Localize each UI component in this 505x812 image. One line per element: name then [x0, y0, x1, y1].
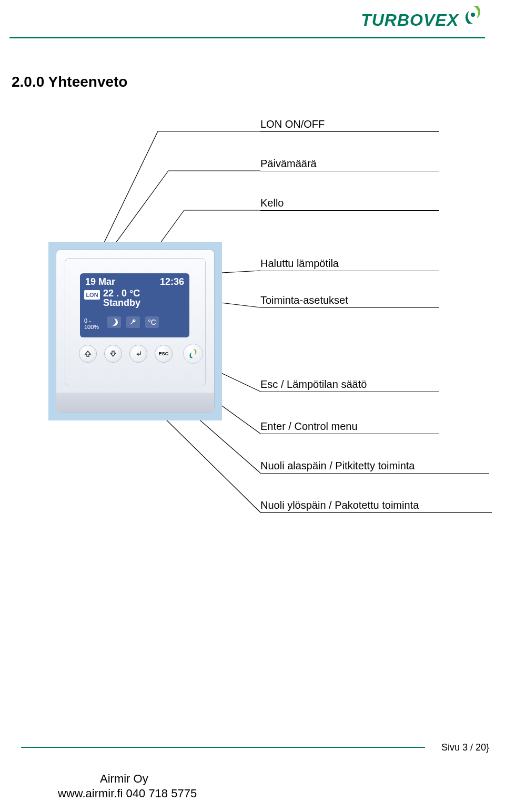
underline	[260, 473, 489, 474]
svg-point-0	[471, 13, 475, 17]
callout-lon: LON ON/OFF	[260, 118, 325, 130]
screen-range-line2: 100%	[84, 324, 99, 330]
device-faceplate: 19 Mar 12:36 LON 22 . 0 °C Standby 0 - 1…	[65, 258, 206, 386]
callout-date: Päivämäärä	[260, 158, 317, 170]
device-screen: 19 Mar 12:36 LON 22 . 0 °C Standby 0 - 1…	[80, 273, 189, 337]
device-body: 19 Mar 12:36 LON 22 . 0 °C Standby 0 - 1…	[56, 249, 215, 413]
degree-label: °C	[148, 318, 156, 326]
underline	[260, 210, 439, 211]
lon-badge: LON	[84, 290, 100, 300]
degree-icon: °C	[145, 316, 159, 328]
brand-text: TURBOVEX	[361, 11, 459, 30]
device-base	[56, 393, 214, 413]
underline	[260, 131, 439, 132]
esc-button[interactable]: ESC	[155, 345, 173, 363]
swirl-icon	[183, 344, 203, 364]
screen-range-line1: 0 -	[84, 317, 99, 324]
screen-icons: °C	[107, 316, 159, 328]
footer-rule	[21, 747, 425, 748]
underline	[260, 512, 492, 513]
arrow-down-button[interactable]	[104, 345, 122, 363]
section-title: 2.0.0 Yhteenveto	[12, 74, 127, 90]
callout-up: Nuoli ylöspäin / Pakotettu toiminta	[260, 499, 419, 511]
underline	[260, 171, 439, 171]
callout-temp: Haluttu lämpötila	[260, 258, 339, 270]
callout-clock: Kello	[260, 197, 284, 209]
underline	[260, 434, 439, 434]
screen-mode: Standby	[103, 297, 140, 309]
footer-url: www.airmir.fi 040 718 5775	[58, 787, 197, 800]
underline	[260, 392, 439, 392]
brand-logo-icon	[462, 4, 484, 28]
underline	[260, 271, 439, 271]
screen-time: 12:36	[160, 276, 184, 287]
screen-date: 19 Mar	[85, 276, 115, 287]
brand: TURBOVEX	[361, 11, 484, 30]
callout-down: Nuoli alaspäin / Pitkitetty toiminta	[260, 460, 415, 472]
arrow-up-button[interactable]	[79, 345, 97, 363]
enter-button[interactable]	[129, 345, 147, 363]
moon-icon	[107, 316, 121, 328]
callout-enter: Enter / Control menu	[260, 420, 358, 433]
screen-range: 0 - 100%	[84, 317, 99, 330]
header-rule	[9, 37, 485, 38]
page-number: Sivu 3 / 20}	[441, 742, 489, 753]
hard-buttons: ESC	[79, 344, 203, 364]
device-panel: 19 Mar 12:36 LON 22 . 0 °C Standby 0 - 1…	[48, 242, 222, 420]
wrench-icon	[126, 316, 140, 328]
underline	[260, 307, 439, 308]
footer-company: Airmir Oy	[100, 772, 148, 786]
callout-settings: Toiminta-asetukset	[260, 294, 348, 306]
callout-esc: Esc / Lämpötilan säätö	[260, 378, 367, 390]
